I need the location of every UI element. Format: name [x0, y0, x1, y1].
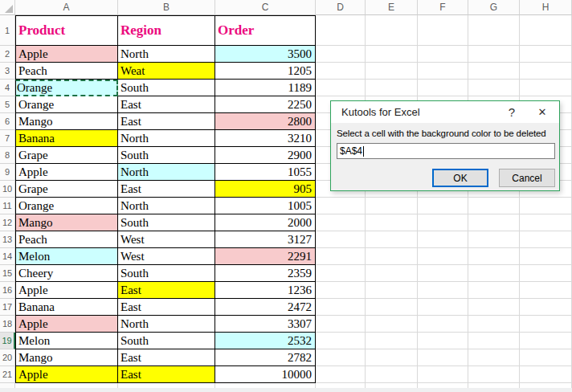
cell-G20[interactable] — [468, 349, 520, 366]
cell-A12[interactable]: Mango — [15, 214, 118, 231]
cell-G4[interactable] — [468, 80, 520, 96]
cell-C8[interactable]: 2900 — [215, 147, 316, 164]
cell-B10[interactable]: East — [118, 181, 215, 198]
cell-G13[interactable] — [468, 231, 520, 248]
cell-A4[interactable]: Orange — [15, 80, 118, 96]
cell-E13[interactable] — [366, 231, 418, 248]
cell-H1[interactable] — [520, 15, 572, 46]
cell-F2[interactable] — [418, 46, 468, 63]
cell-D14[interactable] — [316, 248, 366, 265]
cell-C3[interactable]: 1205 — [215, 63, 316, 80]
cell-E16[interactable] — [366, 282, 418, 299]
cell-D15[interactable] — [316, 265, 366, 282]
cell-G16[interactable] — [468, 282, 520, 299]
cell-F11[interactable] — [418, 198, 468, 214]
cell-B5[interactable]: East — [118, 96, 215, 113]
cell-G1[interactable] — [468, 15, 520, 46]
column-header-H[interactable]: H — [520, 0, 572, 15]
help-icon[interactable]: ? — [500, 101, 524, 123]
cell-B18[interactable]: North — [118, 316, 215, 333]
cell-F21[interactable] — [418, 366, 468, 383]
cell-B15[interactable]: South — [118, 265, 215, 282]
cell-C12[interactable]: 2000 — [215, 214, 316, 231]
cell-D17[interactable] — [316, 299, 366, 316]
cell-G21[interactable] — [468, 366, 520, 383]
cell-B3[interactable]: Weat — [118, 63, 215, 80]
row-header-1[interactable]: 1 — [0, 15, 15, 46]
row-header-14[interactable]: 14 — [0, 248, 15, 265]
cell-D19[interactable] — [316, 333, 366, 349]
cell-C21[interactable]: 10000 — [215, 366, 316, 383]
ok-button[interactable]: OK — [432, 169, 488, 187]
row-header-4[interactable]: 4 — [0, 80, 15, 96]
cell-H16[interactable] — [520, 282, 572, 299]
cell-B11[interactable]: North — [118, 198, 215, 214]
row-header-9[interactable]: 9 — [0, 164, 15, 181]
cell-A6[interactable]: Mango — [15, 113, 118, 130]
cell-G2[interactable] — [468, 46, 520, 63]
row-header-5[interactable]: 5 — [0, 96, 15, 113]
cell-B16[interactable]: East — [118, 282, 215, 299]
cell-C19[interactable]: 2532 — [215, 333, 316, 349]
cell-F14[interactable] — [418, 248, 468, 265]
cell-B7[interactable]: North — [118, 130, 215, 147]
column-header-D[interactable]: D — [316, 0, 366, 15]
cell-D2[interactable] — [316, 46, 366, 63]
cell-A9[interactable]: Apple — [15, 164, 118, 181]
cell-B14[interactable]: West — [118, 248, 215, 265]
cell-A14[interactable]: Melon — [15, 248, 118, 265]
row-header-12[interactable]: 12 — [0, 214, 15, 231]
row-header-19[interactable]: 19 — [0, 333, 15, 349]
cell-E4[interactable] — [366, 80, 418, 96]
cell-C11[interactable]: 1005 — [215, 198, 316, 214]
row-header-3[interactable]: 3 — [0, 63, 15, 80]
cell-F19[interactable] — [418, 333, 468, 349]
cell-D3[interactable] — [316, 63, 366, 80]
cell-H19[interactable] — [520, 333, 572, 349]
row-header-16[interactable]: 16 — [0, 282, 15, 299]
cell-B21[interactable]: East — [118, 366, 215, 383]
cell-E21[interactable] — [366, 366, 418, 383]
cell-D16[interactable] — [316, 282, 366, 299]
cell-D21[interactable] — [316, 366, 366, 383]
row-header-6[interactable]: 6 — [0, 113, 15, 130]
cell-B1[interactable]: Region — [118, 15, 215, 46]
cell-C10[interactable]: 905 — [215, 181, 316, 198]
cell-A18[interactable]: Apple — [15, 316, 118, 333]
cell-A19[interactable]: Melon — [15, 333, 118, 349]
cell-E14[interactable] — [366, 248, 418, 265]
cell-C14[interactable]: 2291 — [215, 248, 316, 265]
cell-G11[interactable] — [468, 198, 520, 214]
cell-H17[interactable] — [520, 299, 572, 316]
cell-A11[interactable]: Orange — [15, 198, 118, 214]
cell-D12[interactable] — [316, 214, 366, 231]
cell-F12[interactable] — [418, 214, 468, 231]
cell-F1[interactable] — [418, 15, 468, 46]
cell-B13[interactable]: West — [118, 231, 215, 248]
cell-F3[interactable] — [418, 63, 468, 80]
row-header-18[interactable]: 18 — [0, 316, 15, 333]
cell-H13[interactable] — [520, 231, 572, 248]
cell-G3[interactable] — [468, 63, 520, 80]
cell-C1[interactable]: Order — [215, 15, 316, 46]
cell-E3[interactable] — [366, 63, 418, 80]
cell-A3[interactable]: Peach — [15, 63, 118, 80]
cell-H21[interactable] — [520, 366, 572, 383]
cell-E17[interactable] — [366, 299, 418, 316]
cell-C17[interactable]: 2472 — [215, 299, 316, 316]
cell-H15[interactable] — [520, 265, 572, 282]
cell-B2[interactable]: North — [118, 46, 215, 63]
cell-H3[interactable] — [520, 63, 572, 80]
cell-B17[interactable]: East — [118, 299, 215, 316]
cell-C4[interactable]: 1189 — [215, 80, 316, 96]
cell-C16[interactable]: 1236 — [215, 282, 316, 299]
cell-H18[interactable] — [520, 316, 572, 333]
cell-D1[interactable] — [316, 15, 366, 46]
cell-C15[interactable]: 2359 — [215, 265, 316, 282]
cell-D20[interactable] — [316, 349, 366, 366]
column-header-E[interactable]: E — [366, 0, 418, 15]
cell-E19[interactable] — [366, 333, 418, 349]
cell-C13[interactable]: 3127 — [215, 231, 316, 248]
cell-E11[interactable] — [366, 198, 418, 214]
row-header-11[interactable]: 11 — [0, 198, 15, 214]
